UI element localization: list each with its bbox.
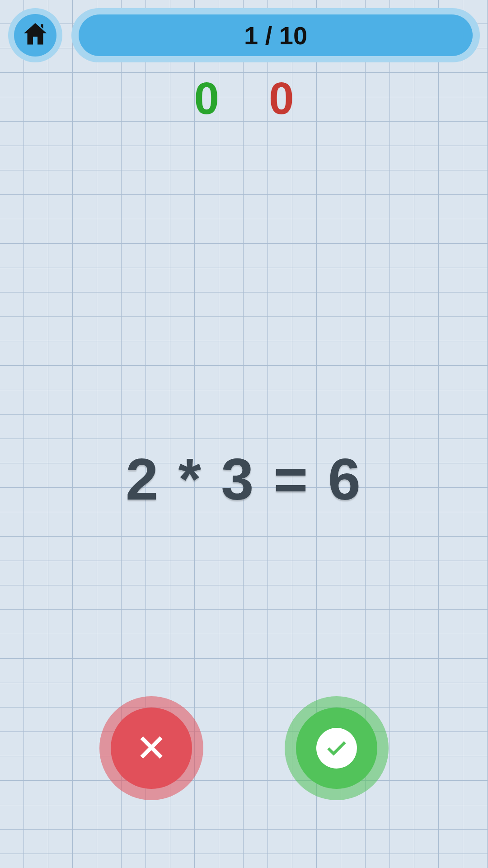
check-icon [324,735,349,761]
cross-icon [136,731,167,765]
home-button-inner [14,14,56,57]
progress-pill: 1 / 10 [71,8,480,62]
top-bar: 1 / 10 [8,8,480,62]
answer-correct-button[interactable] [285,696,389,800]
progress-label: 1 / 10 [79,14,473,56]
score-correct: 0 [194,72,219,124]
home-button[interactable] [8,8,62,62]
score-wrong: 0 [269,72,294,124]
score-row: 0 0 [0,72,488,124]
home-icon [22,21,49,50]
check-badge [316,728,357,769]
answer-buttons [0,696,488,800]
answer-wrong-button[interactable] [99,696,203,800]
